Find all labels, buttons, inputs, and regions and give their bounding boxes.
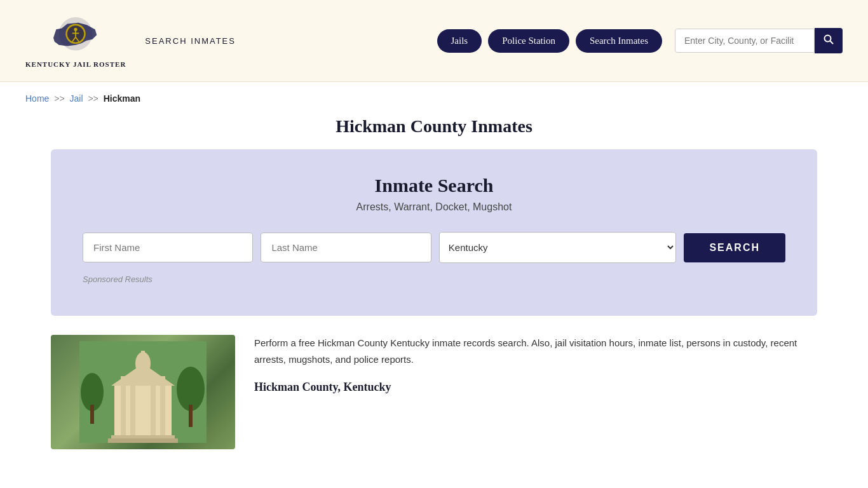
- svg-rect-24: [108, 438, 178, 443]
- svg-rect-14: [189, 405, 193, 427]
- site-title: SEARCH INMATES: [145, 36, 236, 46]
- breadcrumb-current: Hickman: [104, 93, 140, 104]
- logo-area: KENTUCKY JAIL ROSTER: [25, 13, 126, 69]
- sponsored-label: Sponsored Results: [83, 274, 785, 284]
- content-subtitle: Hickman County, Kentucky: [254, 377, 817, 397]
- police-station-button[interactable]: Police Station: [488, 29, 569, 53]
- breadcrumb-sep2: >>: [88, 93, 98, 104]
- header: KENTUCKY JAIL ROSTER SEARCH INMATES Jail…: [0, 0, 868, 82]
- svg-line-9: [831, 41, 833, 44]
- header-nav: Jails Police Station Search Inmates: [437, 28, 843, 53]
- jails-button[interactable]: Jails: [437, 29, 482, 53]
- first-name-input[interactable]: [83, 233, 253, 262]
- content-image: [51, 335, 235, 449]
- header-search-button[interactable]: [815, 28, 843, 53]
- breadcrumb-sep1: >>: [54, 93, 64, 104]
- header-search-input[interactable]: [675, 29, 815, 53]
- search-form: AlabamaAlaskaArizonaArkansasCaliforniaCo…: [83, 232, 785, 263]
- content-text: Perform a free Hickman County Kentucky i…: [254, 335, 817, 397]
- svg-rect-12: [90, 405, 94, 424]
- inmate-search-subtitle: Arrests, Warrant, Docket, Mugshot: [83, 201, 785, 213]
- breadcrumb-jail[interactable]: Jail: [70, 93, 83, 104]
- content-section: Perform a free Hickman County Kentucky i…: [51, 335, 817, 449]
- last-name-input[interactable]: [261, 233, 431, 262]
- breadcrumb: Home >> Jail >> Hickman: [0, 82, 868, 110]
- state-select[interactable]: AlabamaAlaskaArizonaArkansasCaliforniaCo…: [439, 232, 677, 263]
- search-icon: [824, 34, 834, 44]
- breadcrumb-home[interactable]: Home: [25, 93, 49, 104]
- header-search-bar: [675, 28, 843, 53]
- courthouse-icon: [79, 341, 207, 443]
- kentucky-logo-icon: [47, 13, 104, 57]
- svg-rect-22: [141, 351, 145, 365]
- logo-text: KENTUCKY JAIL ROSTER: [25, 60, 126, 69]
- inmate-search-title: Inmate Search: [83, 175, 785, 196]
- content-image-inner: [51, 335, 235, 449]
- page-title: Hickman County Inmates: [0, 116, 868, 137]
- svg-point-13: [177, 367, 205, 411]
- svg-point-3: [74, 28, 78, 31]
- search-panel: Inmate Search Arrests, Warrant, Docket, …: [51, 149, 817, 316]
- search-inmates-button[interactable]: Search Inmates: [576, 29, 662, 53]
- content-description: Perform a free Hickman County Kentucky i…: [254, 335, 817, 367]
- inmate-search-button[interactable]: SEARCH: [684, 233, 785, 262]
